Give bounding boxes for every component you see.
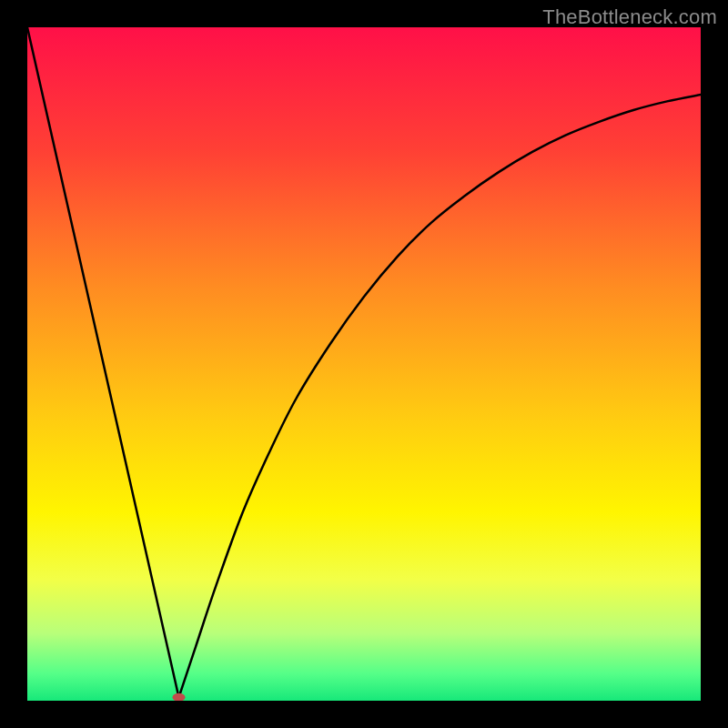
watermark-text: TheBottleneck.com bbox=[542, 5, 717, 29]
gradient-background bbox=[27, 27, 701, 701]
chart-frame: TheBottleneck.com bbox=[0, 0, 728, 728]
chart-plot bbox=[27, 27, 701, 701]
